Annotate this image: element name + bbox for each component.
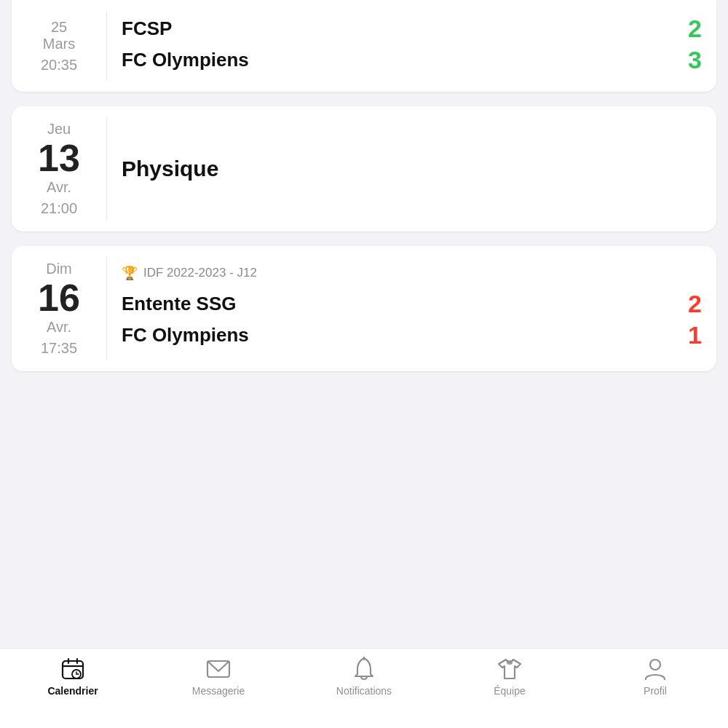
- day-name-2: Dim: [46, 261, 72, 277]
- team-score: 3: [688, 46, 702, 74]
- card-date-2: Dim 16 Avr. 17:35: [12, 246, 106, 371]
- month-2: Avr.: [47, 319, 71, 336]
- nav-label-notifications: Notifications: [336, 685, 392, 697]
- partial-date-num: 25: [51, 19, 67, 36]
- card-date-physique: Jeu 13 Avr. 21:00: [12, 106, 106, 232]
- physique-label: Physique: [122, 157, 702, 181]
- bottom-nav: Calendrier Messagerie Notifications: [0, 648, 728, 728]
- physique-content: Physique: [107, 106, 716, 232]
- month: Avr.: [47, 179, 71, 196]
- bell-icon: [351, 656, 377, 682]
- card-date-partial: 25 Mars 20:35: [12, 0, 106, 92]
- physique-card: Jeu 13 Avr. 21:00 Physique: [12, 106, 716, 232]
- match-row-1: FCSP 2: [122, 15, 702, 43]
- nav-label-calendrier: Calendrier: [47, 685, 98, 697]
- time-2: 17:35: [41, 340, 77, 357]
- card-content-partial: FCSP 2 FC Olympiens 3: [107, 0, 716, 92]
- match-row-4: FC Olympiens 1: [122, 321, 702, 349]
- nav-label-messagerie: Messagerie: [192, 685, 245, 697]
- nav-item-equipe[interactable]: Équipe: [437, 656, 582, 697]
- nav-item-messagerie[interactable]: Messagerie: [146, 656, 291, 697]
- team-name-3: Entente SSG: [122, 293, 236, 315]
- match-card-2: Dim 16 Avr. 17:35 🏆 IDF 2022-2023 - J12 …: [12, 246, 716, 371]
- match-content-2: 🏆 IDF 2022-2023 - J12 Entente SSG 2 FC O…: [107, 246, 716, 371]
- time: 21:00: [41, 200, 77, 217]
- team-score-3: 2: [688, 290, 702, 318]
- nav-label-profil: Profil: [644, 685, 667, 697]
- league-name: IDF 2022-2023 - J12: [143, 266, 257, 280]
- nav-item-calendrier[interactable]: Calendrier: [0, 656, 146, 697]
- match-row-2: FC Olympiens 3: [122, 46, 702, 74]
- mail-icon: [205, 656, 232, 682]
- day-name: Jeu: [47, 121, 71, 138]
- nav-item-profil[interactable]: Profil: [582, 656, 728, 697]
- person-icon: [642, 656, 668, 682]
- spacer2: [0, 232, 728, 246]
- nav-item-notifications[interactable]: Notifications: [291, 656, 437, 697]
- team-score: 2: [688, 15, 702, 43]
- partial-date-month: Mars: [43, 36, 75, 52]
- league-info: 🏆 IDF 2022-2023 - J12: [122, 265, 702, 281]
- team-name-4: FC Olympiens: [122, 324, 249, 347]
- day-num-2: 16: [38, 277, 80, 319]
- team-score-4: 1: [688, 321, 702, 349]
- day-num: 13: [38, 138, 80, 179]
- shirt-icon: [496, 656, 523, 682]
- flex-spacer: [0, 371, 728, 648]
- match-row-3: Entente SSG 2: [122, 290, 702, 318]
- team-name: FCSP: [122, 17, 172, 40]
- svg-point-10: [650, 660, 660, 670]
- team-name: FC Olympiens: [122, 49, 249, 71]
- match-card-partial: 25 Mars 20:35 FCSP 2 FC Olympiens 3: [12, 0, 716, 92]
- nav-label-equipe: Équipe: [494, 685, 526, 697]
- partial-date-time: 20:35: [41, 57, 77, 74]
- spacer: [0, 92, 728, 106]
- calendar-icon: [60, 656, 86, 682]
- league-icon: 🏆: [122, 265, 138, 281]
